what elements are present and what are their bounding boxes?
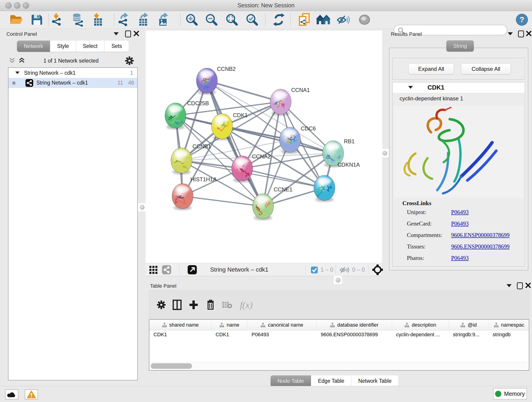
network-node-CCNE1[interactable] [253,194,273,220]
network-node-CCNB1[interactable] [171,148,192,174]
gene-collapse-caret-icon[interactable] [408,86,413,89]
import-table-button[interactable] [91,13,104,27]
column-header-shared-name[interactable]: shared name [149,320,211,330]
panel-close-icon[interactable] [133,31,139,36]
network-node-CDC6[interactable] [279,127,301,154]
network-row-selected[interactable]: String Network – cdk1 11 48 [8,78,137,88]
zoom-in-button[interactable] [185,13,198,26]
delete-table-icon [222,301,233,309]
gear-icon[interactable] [157,300,166,310]
column-header-database-identifier[interactable]: database identifier [317,320,392,330]
network-edge-CCNB2-CCNA1[interactable] [207,81,281,102]
collapse-all-button[interactable]: Collapse All [461,63,511,75]
hide-selected-eye-slash-button[interactable] [336,13,351,26]
delete-column-trash-icon[interactable] [206,299,215,310]
export-image-button[interactable] [157,13,170,27]
open-session-button[interactable] [9,13,23,26]
tab-sets[interactable]: Sets [104,41,129,52]
panel-float-icon[interactable] [517,282,523,289]
column-header-name[interactable]: name [211,320,247,330]
network-node-CDK1[interactable] [211,114,233,140]
panel-menu-caret-icon[interactable] [508,32,513,35]
duplicate-network-button[interactable] [298,13,310,27]
save-session-button[interactable] [30,13,43,26]
crosslink-link[interactable]: P06493 [451,220,469,227]
memory-button[interactable]: Memory [493,388,527,400]
panel-menu-caret-icon[interactable] [114,32,119,35]
network-node-HIST1H1A[interactable] [172,184,193,210]
warnings-button[interactable] [25,389,38,400]
crosslink-link[interactable]: P06493 [451,255,469,261]
cloud-button[interactable] [5,389,18,400]
add-column-plus-icon[interactable] [189,300,199,310]
tab-network[interactable]: Network [17,41,50,52]
network-edge-CCNB2-CCNE1[interactable] [207,81,263,206]
left-splitter-handle[interactable] [138,203,146,211]
gear-icon[interactable] [125,56,134,65]
table-cell[interactable]: stringdb:9... [453,332,488,338]
network-node-CCNB2[interactable] [196,68,217,95]
results-tab-bar: String [446,40,474,51]
refresh-layout-button[interactable] [272,13,285,26]
network-edge-HIST1H1A-CCNE1[interactable] [183,196,263,206]
gene-header[interactable]: CDK1 [393,83,525,93]
crosslink-link[interactable]: P06493 [451,209,469,216]
table-cell[interactable]: CDK1 [153,332,210,338]
network-collection-row[interactable]: String Network – cdk1 1 [8,68,137,78]
tree-expand-caret-icon[interactable] [15,71,19,74]
tab-edge-table[interactable]: Edge Table [311,375,351,387]
network-canvas[interactable]: CCNB2CCNA1CDC25BCDK1CDC6RB1CCNB1CCNA2CDK… [146,31,382,263]
table-toolbar: f(x) [149,290,529,319]
column-header-namespac[interactable]: namespac [488,320,529,330]
bar-separator [336,265,336,274]
fit-selected-crosshair-icon[interactable] [372,264,383,275]
network-node-CCNA2[interactable] [232,156,253,182]
zoom-fit-button[interactable] [225,13,239,26]
horizontal-scrollbar[interactable] [150,362,528,370]
tab-node-table[interactable]: Node Table [271,375,311,387]
network-node-CCNA1[interactable] [270,89,291,116]
panel-close-icon[interactable] [526,31,532,36]
import-network-database-button[interactable] [71,13,85,27]
grid-view-icon[interactable] [149,266,158,274]
tab-select[interactable]: Select [76,41,105,52]
zoom-selected-button[interactable] [245,13,259,26]
crosslink-link[interactable]: 9606.ENSP00000378699 [451,232,510,238]
houses-icon-button[interactable] [316,14,331,26]
table-cell[interactable]: cyclin-dependent ... [396,332,448,338]
panel-float-icon[interactable] [125,31,131,37]
show-columns-icon[interactable] [172,300,182,310]
selected-checkbox-icon[interactable] [311,267,318,274]
panel-float-icon[interactable] [518,31,524,37]
table-cell[interactable]: P06493 [252,332,316,338]
cloud-icon [7,391,16,398]
table-cell[interactable]: CDK1 [215,332,247,338]
show-all-eye-button[interactable] [358,14,371,26]
column-header-canonical-name[interactable]: canonical name [247,320,317,330]
network-node-CDC25B[interactable] [165,103,186,129]
scrollbar-thumb[interactable] [151,363,192,369]
network-collection-label: String Network – cdk1 [24,70,76,76]
gene-description: cyclin-dependent kinase 1 [399,95,463,102]
import-network-file-button[interactable] [51,13,64,27]
open-in-window-icon[interactable] [188,265,197,274]
tab-string[interactable]: String [446,40,474,51]
crosslink-row: Tissues:9606.ENSP00000378699 [407,243,521,255]
column-header-@id[interactable]: @id [449,320,488,330]
export-network-button[interactable] [117,13,130,27]
crosslink-link[interactable]: 9606.ENSP00000378699 [451,243,510,250]
help-button[interactable]: ? [516,13,528,26]
column-header-description[interactable]: description [392,320,449,330]
tab-style[interactable]: Style [50,41,76,52]
tab-network-table[interactable]: Network Table [351,375,399,387]
zoom-out-button[interactable] [205,13,218,26]
birds-eye-share-icon[interactable] [162,265,171,274]
export-table-button[interactable] [137,13,150,27]
network-node-CDKN1A[interactable] [314,175,335,202]
control-panel: Control Panel NetworkStyleSelectSets 1 o… [2,29,140,382]
expand-all-button[interactable]: Expand All [408,63,454,75]
panel-menu-caret-icon[interactable] [507,284,512,287]
panel-close-icon[interactable] [525,282,531,288]
table-cell[interactable]: stringdb [493,332,529,338]
table-cell[interactable]: 9606.ENSP00000378699 [321,332,391,338]
